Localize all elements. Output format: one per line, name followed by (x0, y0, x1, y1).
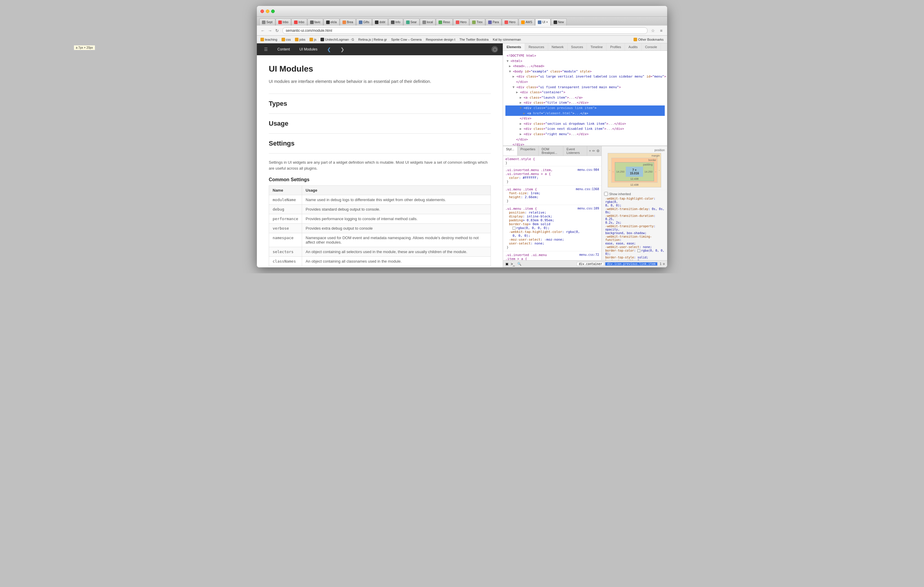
maximize-button[interactable] (271, 10, 275, 13)
css-add-icon[interactable]: + (589, 149, 591, 153)
devtools-tab-network[interactable]: Network (548, 43, 568, 51)
row-selectors-usage: An object containing all selectors used … (302, 247, 491, 257)
tab-favic[interactable]: favic (307, 18, 323, 26)
tab-hero1[interactable]: Hero (453, 18, 469, 26)
dom-line-div-close1: </div> (505, 79, 665, 85)
tab-sept[interactable]: Sept (259, 18, 275, 26)
tab-trex[interactable]: Trex (469, 18, 485, 26)
toolbar-menu-icon[interactable]: ☰ (262, 46, 270, 53)
dom-line-body[interactable]: ▼ <body id="example" class="module" styl… (505, 69, 665, 74)
browser-window: Sept Inbo Inbo favic elcla Brea Gifts do… (257, 6, 667, 267)
minimize-button[interactable] (266, 10, 269, 13)
bookmark-css-label: css (286, 38, 291, 41)
bookmark-unitech[interactable]: Unitech/Logman · G (319, 38, 355, 41)
bookmark-sprite[interactable]: Sprite Cow – Genera (390, 38, 423, 41)
toolbar-arrow-right[interactable]: ❯ (338, 46, 346, 53)
status-gear-icon[interactable]: ⚙ (663, 262, 665, 266)
css-source-72[interactable]: menu.css:72 (579, 253, 599, 257)
css-tab-events[interactable]: Event Listeners (563, 146, 587, 156)
toolbar-arrow-left[interactable]: ❮ (325, 46, 333, 53)
css-tab-breakpoints[interactable]: DOM Breakpoi... (539, 146, 564, 156)
tab-new[interactable]: New (551, 18, 567, 26)
bookmark-responsive-label: Responsive design t (426, 38, 455, 41)
box-model-section: position margin - border (602, 146, 667, 190)
bookmark-kal[interactable]: Kal by rzimmerman (492, 38, 522, 41)
dom-line-anchor[interactable]: ▶ <a href="/element.html">...</a> (505, 111, 665, 116)
show-inherited-checkbox[interactable]: Show inherited (604, 192, 665, 196)
forward-button[interactable]: → (267, 28, 273, 34)
css-settings-icon[interactable]: ⚙ (596, 149, 600, 153)
bookmark-jobs[interactable]: jobs (294, 38, 307, 41)
section-settings: Settings (269, 140, 491, 147)
inherited-prop-tap: -webkit-tap-highlight-color: rgba(0, (604, 197, 665, 204)
tab-info[interactable]: Info (388, 18, 403, 26)
dom-line-icon-previous[interactable]: ▼ <div class="icon previous link item"> (505, 105, 665, 111)
dom-line-launch[interactable]: ▶ <a class="launch item">...</a> (505, 95, 665, 100)
tab-reso[interactable]: Reso (436, 18, 452, 26)
tab-gifts[interactable]: Gifts (356, 18, 372, 26)
tab-para[interactable]: Para (485, 18, 502, 26)
dom-line-dropdown[interactable]: ▶ <div class="section ui dropdown link i… (505, 121, 665, 127)
table-row: selectors An object containing all selec… (269, 247, 491, 257)
dom-line-rightmenu[interactable]: ▶ <div class="right menu">...</div> (505, 132, 665, 137)
bookmark-js[interactable]: js (308, 38, 317, 41)
tab-break[interactable]: Brea (340, 18, 356, 26)
devtools-tab-sources[interactable]: Sources (568, 43, 587, 51)
bookmark-star[interactable]: ☆ (650, 28, 656, 34)
dom-line-html[interactable]: ▼ <html> (505, 59, 665, 64)
devtools-panel: Elements Resources Network Sources Timel… (503, 43, 667, 267)
dom-tree[interactable]: <!DOCTYPE html> ▼ <html> ▶ <head>...</he… (503, 51, 667, 146)
dom-line-mainmenu[interactable]: ▼ <div class="ui fixed transparent inver… (505, 85, 665, 90)
tab-inbo1[interactable]: Inbo (276, 18, 291, 26)
back-button[interactable]: ← (260, 28, 266, 34)
devtools-tab-elements[interactable]: Elements (503, 43, 525, 51)
bookmark-teaching[interactable]: teaching (259, 38, 279, 41)
status-icon-search[interactable]: 🔍 (517, 262, 521, 266)
tab-ui[interactable]: UI × (535, 18, 551, 26)
dom-line-sidebar[interactable]: ▶ <div class="ui large vertical inverted… (505, 74, 665, 79)
dom-line-head[interactable]: ▶ <head>...</head> (505, 64, 665, 69)
inherited-prop-timing2: ease, ease, ease; (604, 242, 665, 245)
inherited-section: Show inherited -webkit-tap-highlight-col… (602, 190, 667, 260)
tab-aws[interactable]: AWS (518, 18, 535, 26)
devtools-tab-audits[interactable]: Audits (625, 43, 642, 51)
devtools-tab-timeline[interactable]: Timeline (587, 43, 607, 51)
css-edit-icon[interactable]: ✏ (592, 149, 595, 153)
status-icon-inspect[interactable]: ▣ (505, 262, 508, 266)
css-tab-styles[interactable]: Styl... (503, 146, 518, 156)
css-tab-properties[interactable]: Properties (518, 146, 539, 156)
css-source-1368[interactable]: menu.css:1368 (576, 187, 599, 191)
tab-elcla[interactable]: elcla (323, 18, 340, 26)
tab-local[interactable]: local (420, 18, 436, 26)
status-icon-console[interactable]: >_ (511, 262, 515, 266)
toolbar-ui-modules[interactable]: UI Modules (297, 46, 320, 53)
bookmark-other[interactable]: Other Bookmarks (632, 38, 665, 41)
status-element-container: div.container (577, 262, 604, 266)
reload-button[interactable]: ↻ (274, 28, 280, 34)
dom-line-next[interactable]: ▶ <div class="icon next disabled link it… (505, 126, 665, 132)
devtools-tab-console[interactable]: Console (642, 43, 661, 51)
url-bar[interactable]: semantic-ui.com/module.html (282, 27, 647, 34)
close-button[interactable] (261, 10, 264, 13)
status-right: div.container div.icon.previous.link.ite… (577, 262, 665, 266)
menu-button[interactable]: ≡ (658, 28, 664, 34)
bookmark-twitter[interactable]: The Twitter Bootstra (458, 38, 490, 41)
row-performance-name: performance (269, 214, 302, 224)
devtools-tab-resources[interactable]: Resources (525, 43, 548, 51)
css-source-109[interactable]: menu.css:109 (578, 207, 599, 210)
tab-hero2[interactable]: Hero (502, 18, 518, 26)
tab-inbo2[interactable]: Inbo (291, 18, 307, 26)
bookmark-css[interactable]: css (280, 38, 292, 41)
toolbar-content[interactable]: Content (275, 46, 292, 53)
inherited-checkbox-input[interactable] (604, 192, 608, 196)
dom-line-title[interactable]: ▶ <div class="title item">...</div> (505, 100, 665, 105)
dom-line-container[interactable]: ▶ <div class="container"> (505, 90, 665, 95)
bookmark-responsive[interactable]: Responsive design t (424, 38, 456, 41)
tab-dobt[interactable]: dobt (372, 18, 388, 26)
web-content[interactable]: UI Modules UI modules are interface elem… (257, 55, 503, 267)
devtools-tab-profiles[interactable]: Profiles (607, 43, 625, 51)
bookmark-retina[interactable]: Retina.js | Retina gr (357, 38, 388, 41)
status-count: 1 (660, 262, 662, 266)
tab-sear[interactable]: Sear (403, 18, 419, 26)
css-source-984[interactable]: menu.css:984 (578, 168, 599, 171)
